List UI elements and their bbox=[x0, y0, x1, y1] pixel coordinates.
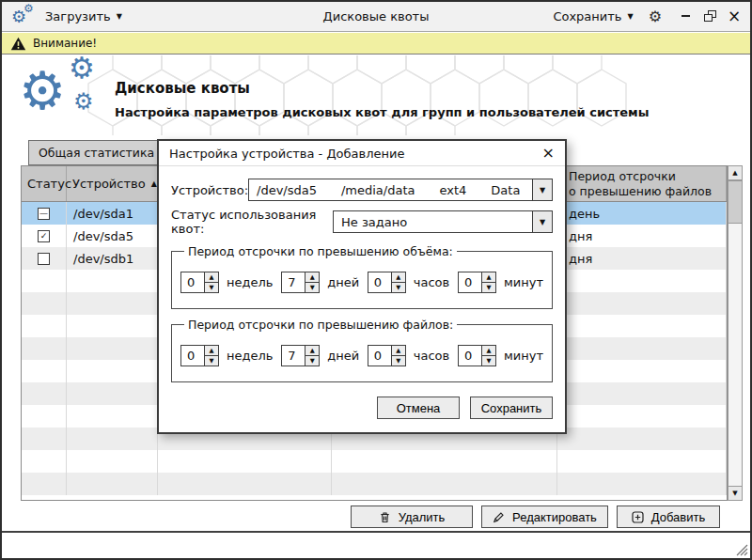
chevron-down-icon[interactable]: ▼ bbox=[532, 179, 552, 200]
load-menu-label: Загрузить bbox=[45, 9, 111, 23]
spin-down-icon[interactable]: ▼ bbox=[482, 356, 495, 366]
warning-text: Внимание! bbox=[33, 37, 97, 50]
files-grace-group: Период отсрочки по превышению файлов: 0 … bbox=[171, 318, 553, 382]
warning-banner: Внимание! bbox=[2, 33, 750, 54]
unit-label: дней bbox=[327, 275, 359, 289]
add-button[interactable]: Добавить bbox=[617, 506, 720, 528]
quota-status-select[interactable]: Не задано ▼ bbox=[333, 210, 553, 233]
files-days-stepper[interactable]: 7 ▲▼ bbox=[281, 345, 320, 366]
chevron-down-icon: ▼ bbox=[117, 13, 122, 21]
volume-label: Data bbox=[491, 183, 520, 197]
dialog-titlebar: Настройка устройства - Добавление × bbox=[159, 141, 565, 166]
spin-down-icon[interactable]: ▼ bbox=[392, 356, 405, 366]
spinner-value[interactable]: 0 bbox=[181, 346, 204, 366]
app-gears-icon: ⚙ ⚙ bbox=[11, 6, 36, 28]
spin-up-icon[interactable]: ▲ bbox=[306, 346, 319, 356]
spinner-value[interactable]: 7 bbox=[282, 272, 305, 292]
spin-down-icon[interactable]: ▼ bbox=[306, 356, 319, 366]
spin-up-icon[interactable]: ▲ bbox=[306, 272, 319, 283]
app-window: ⚙ ⚙ Загрузить ▼ Дисковые квоты Сохранить… bbox=[0, 0, 752, 560]
spinner-value[interactable]: 0 bbox=[368, 346, 391, 366]
delete-button[interactable]: Удалить bbox=[351, 506, 473, 528]
dialog-close-icon[interactable]: × bbox=[542, 146, 555, 161]
row-checkbox-unchecked[interactable] bbox=[38, 253, 50, 265]
close-button[interactable]: × bbox=[728, 10, 741, 23]
spinner-value[interactable]: 0 bbox=[459, 346, 481, 366]
scroll-up-button[interactable]: ▲ bbox=[728, 166, 742, 180]
unit-label: часов bbox=[414, 275, 449, 289]
spin-down-icon[interactable]: ▼ bbox=[205, 283, 218, 292]
save-button[interactable]: Сохранить bbox=[470, 397, 553, 419]
device-part: /dev/sda5 bbox=[257, 183, 317, 197]
column-header-status[interactable]: Статус bbox=[22, 166, 67, 201]
row-checkbox-checked[interactable]: ✓ bbox=[38, 230, 50, 242]
files-weeks-stepper[interactable]: 0 ▲▼ bbox=[180, 345, 219, 366]
chevron-down-icon[interactable]: ▼ bbox=[532, 211, 552, 232]
vertical-scrollbar[interactable]: ▲ ▼ bbox=[728, 165, 743, 501]
volume-minutes-stepper[interactable]: 0 ▲▼ bbox=[458, 272, 496, 293]
settings-gear-icon[interactable]: ⚙ bbox=[649, 8, 662, 25]
row-checkbox-mixed[interactable]: — bbox=[38, 208, 50, 220]
page-header: ⚙ ⚙ ⚙ Дисковые квоты Настройка параметро… bbox=[2, 55, 750, 135]
sort-asc-icon: ▲ bbox=[151, 179, 157, 188]
files-hours-stepper[interactable]: 0 ▲▼ bbox=[368, 345, 406, 366]
warning-triangle-icon bbox=[10, 37, 26, 51]
fs-type: ext4 bbox=[440, 183, 467, 197]
mount-point: /media/data bbox=[341, 183, 415, 197]
spin-up-icon[interactable]: ▲ bbox=[205, 346, 218, 356]
grace-files-cell: дня bbox=[557, 225, 727, 247]
gear-icon: ⚙ bbox=[69, 55, 95, 85]
device-cell: /dev/sda5 bbox=[67, 225, 158, 247]
device-cell: /dev/sda1 bbox=[67, 202, 158, 225]
spinner-value[interactable]: 0 bbox=[181, 272, 204, 292]
unit-label: часов bbox=[414, 349, 449, 363]
tab-general-statistics[interactable]: Общая статистика bbox=[28, 140, 164, 165]
files-minutes-stepper[interactable]: 0 ▲▼ bbox=[458, 345, 496, 366]
spin-up-icon[interactable]: ▲ bbox=[482, 346, 495, 356]
gear-icon: ⚙ bbox=[73, 88, 94, 115]
dialog-title: Настройка устройства - Добавление bbox=[169, 147, 404, 161]
spin-down-icon[interactable]: ▼ bbox=[306, 283, 319, 292]
spin-up-icon[interactable]: ▲ bbox=[392, 272, 405, 283]
scrollbar-thumb[interactable] bbox=[728, 180, 742, 224]
gear-icon: ⚙ bbox=[19, 57, 66, 125]
edit-button[interactable]: Редактировать bbox=[481, 506, 608, 528]
resize-grip[interactable] bbox=[736, 544, 748, 556]
unit-label: дней bbox=[327, 349, 359, 363]
maximize-button[interactable] bbox=[704, 10, 717, 23]
window-controls: × bbox=[681, 10, 741, 23]
volume-hours-stepper[interactable]: 0 ▲▼ bbox=[368, 272, 406, 293]
spin-up-icon[interactable]: ▲ bbox=[392, 346, 405, 356]
chevron-down-icon: ▼ bbox=[628, 13, 634, 21]
volume-grace-legend: Период отсрочки по превышению объёма: bbox=[184, 244, 457, 258]
grace-files-cell: дня bbox=[557, 247, 727, 270]
scroll-down-button[interactable]: ▼ bbox=[728, 486, 742, 500]
cancel-button[interactable]: Отмена bbox=[377, 397, 460, 419]
column-header-device[interactable]: Устройство ▲ bbox=[67, 166, 158, 201]
spinner-value[interactable]: 0 bbox=[368, 272, 391, 292]
titlebar: ⚙ ⚙ Загрузить ▼ Дисковые квоты Сохранить… bbox=[2, 2, 750, 32]
table-actions: Удалить Редактировать Добавить bbox=[351, 506, 720, 528]
table-row-empty bbox=[22, 450, 727, 473]
app-logo-gears-icon: ⚙ ⚙ ⚙ bbox=[17, 57, 115, 134]
save-menu-button[interactable]: Сохранить ▼ bbox=[553, 9, 633, 23]
unit-label: недель bbox=[227, 349, 273, 363]
plus-icon bbox=[632, 511, 644, 523]
spinner-value[interactable]: 7 bbox=[282, 346, 305, 366]
spin-down-icon[interactable]: ▼ bbox=[205, 356, 218, 366]
minimize-button[interactable] bbox=[681, 10, 694, 23]
load-menu-button[interactable]: Загрузить ▼ bbox=[45, 9, 122, 23]
unit-label: недель bbox=[227, 275, 273, 289]
volume-weeks-stepper[interactable]: 0 ▲▼ bbox=[180, 272, 219, 293]
spinner-value[interactable]: 0 bbox=[459, 272, 481, 292]
spin-up-icon[interactable]: ▲ bbox=[205, 272, 218, 283]
spin-up-icon[interactable]: ▲ bbox=[482, 272, 495, 283]
quota-status-value: Не задано bbox=[341, 215, 407, 229]
spin-down-icon[interactable]: ▼ bbox=[392, 283, 405, 292]
device-select[interactable]: /dev/sda5 /media/data ext4 Data ▼ bbox=[248, 179, 553, 201]
page-title: Дисковые квоты bbox=[115, 80, 649, 97]
volume-days-stepper[interactable]: 7 ▲▼ bbox=[281, 272, 320, 293]
unit-label: минут bbox=[504, 349, 543, 363]
column-header-grace-files[interactable]: Период отсрочки о превышению файлов bbox=[557, 166, 727, 201]
spin-down-icon[interactable]: ▼ bbox=[482, 283, 495, 292]
